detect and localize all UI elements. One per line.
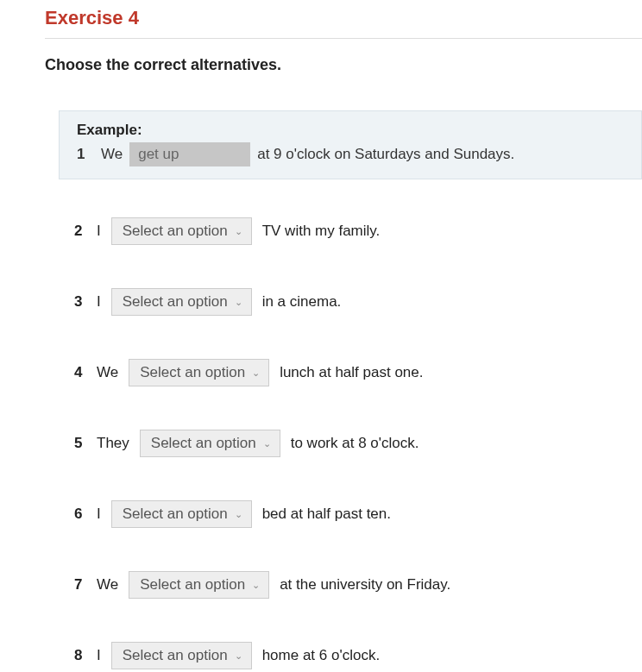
question-before-text: I — [97, 223, 101, 240]
answer-select[interactable]: Select an option ⌄ — [111, 288, 252, 316]
question-after-text: bed at half past ten. — [262, 506, 391, 523]
questions-list: 2 I Select an option ⌄ TV with my family… — [45, 217, 642, 669]
question-after-text: to work at 8 o'clock. — [291, 435, 419, 452]
question-after-text: in a cinema. — [262, 293, 342, 311]
question-row: 7 We Select an option ⌄ at the universit… — [74, 571, 642, 599]
answer-select[interactable]: Select an option ⌄ — [111, 642, 252, 669]
answer-select[interactable]: Select an option ⌄ — [111, 217, 252, 245]
select-placeholder: Select an option — [140, 576, 245, 593]
answer-select[interactable]: Select an option ⌄ — [129, 571, 269, 599]
question-after-text: TV with my family. — [262, 223, 381, 240]
select-placeholder: Select an option — [151, 435, 256, 452]
chevron-down-icon: ⌄ — [252, 367, 260, 379]
select-placeholder: Select an option — [123, 647, 228, 664]
example-box: Example: 1 We get up at 9 o'clock on Sat… — [59, 110, 642, 179]
chevron-down-icon: ⌄ — [252, 580, 260, 591]
example-row: 1 We get up at 9 o'clock on Saturdays an… — [77, 142, 624, 166]
question-before-text: I — [97, 506, 101, 523]
question-before-text: They — [97, 435, 129, 452]
select-placeholder: Select an option — [123, 223, 228, 240]
answer-select[interactable]: Select an option ⌄ — [111, 500, 252, 528]
question-row: 6 I Select an option ⌄ bed at half past … — [74, 500, 642, 528]
question-number: 4 — [74, 364, 86, 381]
question-before-text: We — [97, 364, 118, 381]
question-after-text: home at 6 o'clock. — [262, 647, 380, 664]
question-before-text: I — [97, 647, 101, 664]
instruction-text: Choose the correct alternatives. — [45, 56, 642, 74]
select-placeholder: Select an option — [140, 364, 245, 381]
example-number: 1 — [77, 146, 94, 163]
answer-select[interactable]: Select an option ⌄ — [129, 359, 269, 386]
chevron-down-icon: ⌄ — [235, 226, 242, 237]
chevron-down-icon: ⌄ — [235, 650, 242, 662]
question-before-text: I — [97, 293, 101, 311]
exercise-title: Exercise 4 — [45, 7, 642, 29]
select-placeholder: Select an option — [123, 506, 228, 523]
question-row: 4 We Select an option ⌄ lunch at half pa… — [74, 359, 642, 386]
question-number: 6 — [74, 506, 86, 523]
chevron-down-icon: ⌄ — [235, 297, 242, 308]
question-number: 8 — [74, 647, 86, 664]
select-placeholder: Select an option — [123, 293, 228, 311]
example-before-text: We — [101, 146, 123, 163]
answer-select[interactable]: Select an option ⌄ — [140, 430, 280, 457]
question-after-text: lunch at half past one. — [280, 364, 423, 381]
question-number: 2 — [74, 223, 86, 240]
divider — [45, 38, 642, 39]
chevron-down-icon: ⌄ — [263, 438, 271, 449]
question-row: 2 I Select an option ⌄ TV with my family… — [74, 217, 642, 245]
question-row: 3 I Select an option ⌄ in a cinema. — [74, 288, 642, 316]
question-number: 7 — [74, 576, 86, 593]
example-answer: get up — [129, 142, 250, 166]
chevron-down-icon: ⌄ — [235, 509, 242, 520]
question-number: 5 — [74, 435, 86, 452]
question-number: 3 — [74, 293, 86, 311]
question-before-text: We — [97, 576, 118, 593]
question-row: 8 I Select an option ⌄ home at 6 o'clock… — [74, 642, 642, 669]
question-after-text: at the university on Friday. — [280, 576, 450, 593]
example-label: Example: — [77, 122, 624, 139]
question-row: 5 They Select an option ⌄ to work at 8 o… — [74, 430, 642, 457]
example-after-text: at 9 o'clock on Saturdays and Sundays. — [257, 146, 514, 163]
